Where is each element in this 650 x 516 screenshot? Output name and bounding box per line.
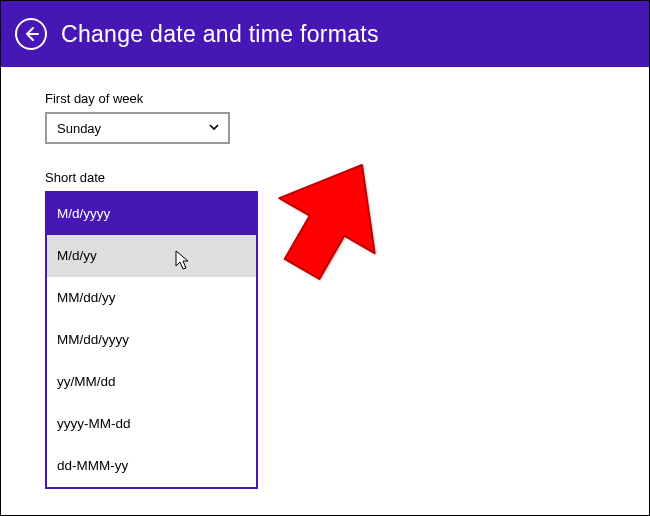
header-bar: Change date and time formats	[1, 1, 649, 67]
short-date-option-5[interactable]: yyyy-MM-dd	[47, 403, 256, 445]
back-button[interactable]	[15, 18, 47, 50]
content-area: First day of week Sunday Short date M/d/…	[1, 67, 649, 235]
short-date-option-3[interactable]: MM/dd/yyyy	[47, 319, 256, 361]
first-day-label: First day of week	[45, 91, 605, 106]
short-date-options-list: M/d/yyyy M/d/yy MM/dd/yy MM/dd/yyyy yy/M…	[45, 191, 258, 489]
first-day-select[interactable]: Sunday	[45, 112, 230, 144]
short-date-option-2[interactable]: MM/dd/yy	[47, 277, 256, 319]
short-date-option-4[interactable]: yy/MM/dd	[47, 361, 256, 403]
window-frame: Change date and time formats First day o…	[0, 0, 650, 516]
short-date-option-0[interactable]: M/d/yyyy	[47, 193, 256, 235]
short-date-section: Short date M/d/yyyy M/d/yy MM/dd/yy MM/d…	[45, 170, 605, 185]
first-day-value: Sunday	[57, 121, 101, 136]
short-date-option-1[interactable]: M/d/yy	[47, 235, 256, 277]
back-arrow-icon	[23, 26, 39, 42]
first-day-section: First day of week Sunday	[45, 91, 605, 144]
page-title: Change date and time formats	[61, 21, 379, 48]
short-date-label: Short date	[45, 170, 605, 185]
chevron-down-icon	[208, 120, 220, 136]
short-date-option-6[interactable]: dd-MMM-yy	[47, 445, 256, 487]
